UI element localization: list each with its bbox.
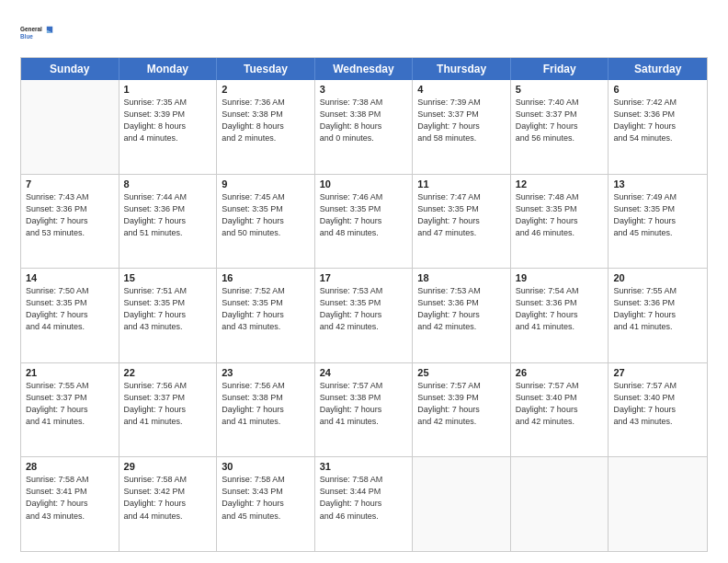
day-info: Sunrise: 7:44 AMSunset: 3:36 PMDaylight:… [124,191,212,239]
logo-icon: GeneralBlue [20,17,53,50]
day-info: Sunrise: 7:52 AMSunset: 3:35 PMDaylight:… [222,285,310,333]
day-15: 15Sunrise: 7:51 AMSunset: 3:35 PMDayligh… [119,269,218,362]
day-number: 23 [222,367,310,378]
header-wednesday: Wednesday [315,58,414,80]
page: GeneralBlue Sunday Monday Tuesday Wednes… [0,0,728,563]
header-monday: Monday [119,58,218,80]
day-4: 4Sunrise: 7:39 AMSunset: 3:37 PMDaylight… [413,80,511,174]
day-6: 6Sunrise: 7:42 AMSunset: 3:36 PMDaylight… [609,80,707,174]
day-17: 17Sunrise: 7:53 AMSunset: 3:35 PMDayligh… [315,269,414,362]
day-26: 26Sunrise: 7:57 AMSunset: 3:40 PMDayligh… [511,363,609,457]
week-5: 28Sunrise: 7:58 AMSunset: 3:41 PMDayligh… [21,456,707,551]
day-info: Sunrise: 7:48 AMSunset: 3:35 PMDaylight:… [516,191,604,239]
day-info: Sunrise: 7:55 AMSunset: 3:37 PMDaylight:… [26,380,114,428]
day-number: 19 [516,272,604,283]
day-info: Sunrise: 7:46 AMSunset: 3:35 PMDaylight:… [320,191,408,239]
day-13: 13Sunrise: 7:49 AMSunset: 3:35 PMDayligh… [609,175,707,269]
header-friday: Friday [511,58,609,80]
day-info: Sunrise: 7:50 AMSunset: 3:35 PMDaylight:… [26,285,114,333]
day-info: Sunrise: 7:45 AMSunset: 3:35 PMDaylight:… [222,191,310,239]
calendar-header: Sunday Monday Tuesday Wednesday Thursday… [21,58,707,80]
day-1: 1Sunrise: 7:35 AMSunset: 3:39 PMDaylight… [119,80,218,174]
day-11: 11Sunrise: 7:47 AMSunset: 3:35 PMDayligh… [413,175,511,269]
day-number: 25 [417,367,506,378]
day-number: 21 [26,367,114,378]
day-number: 8 [124,178,212,190]
day-info: Sunrise: 7:53 AMSunset: 3:36 PMDaylight:… [417,285,506,333]
day-number: 14 [26,272,114,283]
logo: GeneralBlue [20,17,53,50]
day-19: 19Sunrise: 7:54 AMSunset: 3:36 PMDayligh… [511,269,609,362]
day-number: 18 [417,272,506,283]
day-number: 30 [222,461,310,472]
calendar: Sunday Monday Tuesday Wednesday Thursday… [20,57,708,552]
day-24: 24Sunrise: 7:57 AMSunset: 3:38 PMDayligh… [315,363,414,457]
day-23: 23Sunrise: 7:56 AMSunset: 3:38 PMDayligh… [217,363,315,457]
day-info: Sunrise: 7:56 AMSunset: 3:38 PMDaylight:… [222,380,310,428]
empty-cell [609,457,707,551]
empty-cell [21,80,119,174]
day-29: 29Sunrise: 7:58 AMSunset: 3:42 PMDayligh… [119,457,218,551]
day-info: Sunrise: 7:57 AMSunset: 3:40 PMDaylight:… [613,380,702,428]
svg-text:General: General [20,26,42,32]
day-info: Sunrise: 7:38 AMSunset: 3:38 PMDaylight:… [320,97,408,144]
day-info: Sunrise: 7:58 AMSunset: 3:43 PMDaylight:… [222,474,310,522]
day-number: 22 [124,367,212,378]
day-info: Sunrise: 7:53 AMSunset: 3:35 PMDaylight:… [320,285,408,333]
day-number: 15 [124,272,212,283]
day-info: Sunrise: 7:54 AMSunset: 3:36 PMDaylight:… [516,285,604,333]
day-info: Sunrise: 7:43 AMSunset: 3:36 PMDaylight:… [26,191,114,239]
day-info: Sunrise: 7:49 AMSunset: 3:35 PMDaylight:… [613,191,702,239]
day-number: 1 [124,84,212,95]
empty-cell [413,457,511,551]
day-info: Sunrise: 7:55 AMSunset: 3:36 PMDaylight:… [613,285,702,333]
day-info: Sunrise: 7:58 AMSunset: 3:41 PMDaylight:… [26,474,114,522]
header-tuesday: Tuesday [217,58,315,80]
day-info: Sunrise: 7:56 AMSunset: 3:37 PMDaylight:… [124,380,212,428]
day-number: 17 [320,272,408,283]
day-number: 7 [26,178,114,190]
day-number: 24 [320,367,408,378]
day-9: 9Sunrise: 7:45 AMSunset: 3:35 PMDaylight… [217,175,315,269]
day-info: Sunrise: 7:58 AMSunset: 3:44 PMDaylight:… [320,474,408,522]
day-info: Sunrise: 7:57 AMSunset: 3:38 PMDaylight:… [320,380,408,428]
day-number: 3 [320,84,408,95]
day-number: 6 [613,84,702,95]
day-8: 8Sunrise: 7:44 AMSunset: 3:36 PMDaylight… [119,175,218,269]
day-info: Sunrise: 7:35 AMSunset: 3:39 PMDaylight:… [124,97,212,144]
day-12: 12Sunrise: 7:48 AMSunset: 3:35 PMDayligh… [511,175,609,269]
day-number: 13 [613,178,702,190]
day-number: 12 [516,178,604,190]
day-16: 16Sunrise: 7:52 AMSunset: 3:35 PMDayligh… [217,269,315,362]
day-25: 25Sunrise: 7:57 AMSunset: 3:39 PMDayligh… [413,363,511,457]
day-info: Sunrise: 7:57 AMSunset: 3:40 PMDaylight:… [516,380,604,428]
week-4: 21Sunrise: 7:55 AMSunset: 3:37 PMDayligh… [21,362,707,457]
day-number: 29 [124,461,212,472]
day-number: 10 [320,178,408,190]
day-info: Sunrise: 7:42 AMSunset: 3:36 PMDaylight:… [613,97,702,144]
week-1: 1Sunrise: 7:35 AMSunset: 3:39 PMDaylight… [21,80,707,174]
week-2: 7Sunrise: 7:43 AMSunset: 3:36 PMDaylight… [21,174,707,269]
svg-text:Blue: Blue [20,33,33,40]
day-28: 28Sunrise: 7:58 AMSunset: 3:41 PMDayligh… [21,457,119,551]
day-number: 16 [222,272,310,283]
day-number: 11 [417,178,506,190]
day-number: 27 [613,367,702,378]
day-number: 28 [26,461,114,472]
day-21: 21Sunrise: 7:55 AMSunset: 3:37 PMDayligh… [21,363,119,457]
header-saturday: Saturday [609,58,707,80]
day-info: Sunrise: 7:58 AMSunset: 3:42 PMDaylight:… [124,474,212,522]
day-18: 18Sunrise: 7:53 AMSunset: 3:36 PMDayligh… [413,269,511,362]
day-number: 5 [516,84,604,95]
calendar-body: 1Sunrise: 7:35 AMSunset: 3:39 PMDaylight… [21,80,707,551]
header-sunday: Sunday [21,58,119,80]
day-info: Sunrise: 7:40 AMSunset: 3:37 PMDaylight:… [516,97,604,144]
day-info: Sunrise: 7:51 AMSunset: 3:35 PMDaylight:… [124,285,212,333]
day-number: 31 [320,461,408,472]
day-number: 9 [222,178,310,190]
header-thursday: Thursday [413,58,511,80]
day-10: 10Sunrise: 7:46 AMSunset: 3:35 PMDayligh… [315,175,414,269]
week-3: 14Sunrise: 7:50 AMSunset: 3:35 PMDayligh… [21,268,707,362]
day-14: 14Sunrise: 7:50 AMSunset: 3:35 PMDayligh… [21,269,119,362]
day-27: 27Sunrise: 7:57 AMSunset: 3:40 PMDayligh… [609,363,707,457]
